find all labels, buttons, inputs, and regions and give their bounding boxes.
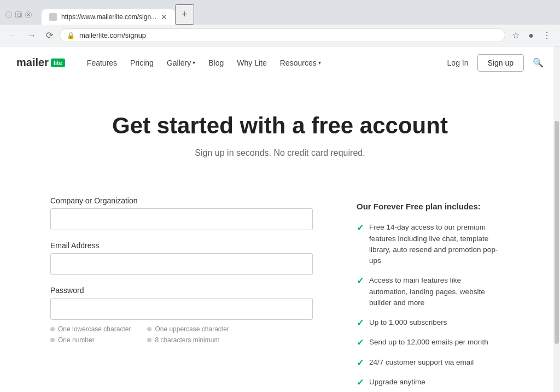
maximize-button[interactable]: ◻	[15, 11, 22, 18]
feature-item-1: ✓ Access to main features like automatio…	[357, 275, 499, 308]
hero-title: Get started with a free account	[16, 112, 544, 139]
logo: mailer lite	[16, 56, 65, 69]
password-input[interactable]	[50, 298, 313, 320]
hint-dot-uppercase	[147, 327, 151, 331]
address-bar[interactable]: 🔒 mailerlite.com/signup	[60, 28, 505, 42]
email-label: Email Address	[50, 241, 313, 250]
browser-toolbar: ← → ⟳ 🔒 mailerlite.com/signup ☆ ● ⋮	[0, 25, 560, 46]
reload-button[interactable]: ⟳	[43, 28, 56, 43]
company-field-group: Company or Organization	[50, 196, 313, 230]
tab-bar: https://www.mailerlite.com/sign... ✕ +	[36, 4, 200, 25]
feature-item-2: ✓ Up to 1,000 subscribers	[357, 317, 499, 328]
browser-tab[interactable]: https://www.mailerlite.com/sign... ✕	[42, 9, 175, 25]
feature-item-5: ✓ Upgrade anytime	[357, 377, 499, 388]
signup-form: Company or Organization Email Address Pa…	[50, 196, 313, 392]
lock-icon: 🔒	[67, 32, 75, 39]
nav-gallery[interactable]: Gallery ▾	[167, 58, 195, 67]
hint-number: One number	[50, 336, 131, 344]
hint-dot-minimum	[147, 338, 151, 342]
website: mailer lite Features Pricing Gallery ▾ B…	[0, 46, 560, 392]
menu-button[interactable]: ⋮	[539, 28, 555, 43]
feature-text-3: Send up to 12,000 emails per month	[369, 337, 488, 348]
hint-uppercase: One uppercase character	[147, 325, 229, 333]
browser-titlebar: – ◻ ✕ https://www.mailerlite.com/sign...…	[0, 0, 560, 25]
nav-why-lite[interactable]: Why Lite	[237, 58, 266, 67]
hint-dot-lowercase	[50, 327, 55, 331]
feature-item-0: ✓ Free 14-day access to our premium feat…	[357, 222, 499, 266]
logo-text: mailer	[16, 56, 49, 69]
feature-text-0: Free 14-day access to our premium featur…	[369, 222, 499, 266]
check-icon-2: ✓	[357, 318, 364, 328]
tab-close-button[interactable]: ✕	[161, 13, 167, 21]
password-hints: One lowercase character One number One u…	[50, 325, 313, 344]
feature-text-5: Upgrade anytime	[369, 377, 425, 388]
check-icon-0: ✓	[357, 223, 364, 233]
logo-badge: lite	[51, 58, 65, 67]
nav-pricing[interactable]: Pricing	[130, 58, 154, 67]
hint-minimum: 8 characters minimum	[147, 336, 229, 344]
page-wrapper: mailer lite Features Pricing Gallery ▾ B…	[0, 46, 560, 392]
scrollbar-thumb[interactable]	[555, 121, 559, 344]
feature-text-4: 24/7 customer support via email	[369, 357, 474, 368]
profile-button[interactable]: ●	[525, 28, 537, 43]
password-label: Password	[50, 286, 313, 295]
back-button[interactable]: ←	[5, 28, 21, 43]
bookmark-button[interactable]: ☆	[509, 28, 523, 43]
email-field-group: Email Address	[50, 241, 313, 275]
minimize-button[interactable]: –	[5, 11, 12, 18]
nav-resources[interactable]: Resources ▾	[280, 58, 321, 67]
url-text: mailerlite.com/signup	[79, 31, 498, 39]
feature-text-1: Access to main features like automation,…	[369, 275, 499, 308]
window-controls: – ◻ ✕	[5, 11, 32, 18]
forward-button[interactable]: →	[24, 28, 39, 43]
main-content: Company or Organization Email Address Pa…	[7, 180, 553, 392]
nav-features[interactable]: Features	[87, 58, 117, 67]
browser-chrome: – ◻ ✕ https://www.mailerlite.com/sign...…	[0, 0, 560, 46]
check-icon-1: ✓	[357, 276, 364, 286]
features-title: Our Forever Free plan includes:	[357, 202, 499, 211]
nav-actions: Log In Sign up 🔍	[447, 54, 544, 72]
company-input[interactable]	[50, 208, 313, 230]
close-button[interactable]: ✕	[25, 11, 32, 18]
hint-dot-number	[50, 338, 55, 342]
tab-favicon	[49, 13, 57, 21]
check-icon-4: ✓	[357, 358, 364, 368]
feature-text-2: Up to 1,000 subscribers	[369, 317, 447, 328]
features-section: Our Forever Free plan includes: ✓ Free 1…	[357, 196, 499, 392]
company-label: Company or Organization	[50, 196, 313, 205]
toolbar-icons: ☆ ● ⋮	[509, 28, 555, 43]
check-icon-5: ✓	[357, 377, 364, 388]
scrollbar[interactable]	[553, 46, 560, 392]
email-input[interactable]	[50, 253, 313, 275]
nav-blog[interactable]: Blog	[208, 58, 224, 67]
signup-button[interactable]: Sign up	[477, 54, 524, 72]
check-icon-3: ✓	[357, 337, 364, 348]
search-button[interactable]: 🔍	[533, 57, 544, 68]
password-field-group: Password One lowercase character One num…	[50, 286, 313, 344]
nav-links: Features Pricing Gallery ▾ Blog Why Lite…	[87, 58, 447, 67]
hint-lowercase: One lowercase character	[50, 325, 131, 333]
feature-item-3: ✓ Send up to 12,000 emails per month	[357, 337, 499, 348]
new-tab-button[interactable]: +	[175, 4, 194, 25]
login-button[interactable]: Log In	[447, 58, 469, 67]
hero-section: Get started with a free account Sign up …	[0, 79, 560, 180]
hero-subtitle: Sign up in seconds. No credit card requi…	[16, 148, 544, 158]
feature-item-4: ✓ 24/7 customer support via email	[357, 357, 499, 368]
navbar: mailer lite Features Pricing Gallery ▾ B…	[0, 46, 560, 79]
tab-title: https://www.mailerlite.com/sign...	[61, 13, 156, 21]
